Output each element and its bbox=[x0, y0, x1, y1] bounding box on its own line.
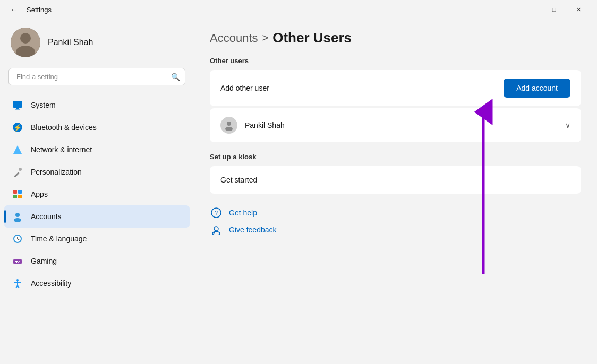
chevron-down-icon: ∨ bbox=[565, 121, 570, 129]
sidebar-item-personalization[interactable]: Personalization bbox=[4, 161, 190, 183]
svg-point-35 bbox=[214, 227, 218, 231]
svg-text:⚡: ⚡ bbox=[13, 123, 22, 132]
network-icon bbox=[12, 144, 23, 155]
svg-point-24 bbox=[19, 261, 20, 262]
give-feedback-link[interactable]: Give feedback bbox=[210, 223, 581, 236]
svg-rect-5 bbox=[15, 109, 20, 110]
user-row: Pankil Shah bbox=[220, 117, 285, 134]
bluetooth-icon: ⚡ bbox=[12, 122, 23, 133]
kiosk-title: Set up a kiosk bbox=[210, 153, 581, 161]
search-box: 🔍 bbox=[8, 68, 185, 85]
add-account-button[interactable]: Add account bbox=[504, 79, 570, 98]
minimize-button[interactable]: ─ bbox=[517, 0, 542, 19]
back-button[interactable]: ← bbox=[6, 2, 21, 17]
apps-icon bbox=[12, 188, 23, 200]
sidebar-item-bluetooth[interactable]: ⚡ Bluetooth & devices bbox=[4, 116, 190, 138]
svg-rect-14 bbox=[18, 195, 22, 198]
user-name: Pankil Shah bbox=[48, 38, 93, 47]
gaming-icon bbox=[12, 255, 23, 267]
sidebar-label-system: System bbox=[31, 101, 56, 109]
svg-rect-11 bbox=[13, 190, 17, 194]
add-user-card: Add other user Add account bbox=[210, 70, 581, 106]
kiosk-section: Set up a kiosk Get started bbox=[210, 153, 581, 194]
give-feedback-label: Give feedback bbox=[229, 226, 277, 234]
sidebar-label-time: Time & language bbox=[31, 235, 87, 243]
sidebar-item-network[interactable]: Network & internet bbox=[4, 138, 190, 161]
svg-rect-4 bbox=[16, 108, 19, 109]
avatar bbox=[11, 28, 40, 57]
svg-point-32 bbox=[225, 127, 233, 131]
svg-point-1 bbox=[20, 33, 31, 44]
svg-rect-3 bbox=[13, 101, 22, 108]
svg-line-30 bbox=[18, 285, 19, 288]
add-other-user-label: Add other user bbox=[220, 84, 269, 92]
pankil-shah-card[interactable]: Pankil Shah ∨ bbox=[210, 108, 581, 142]
sidebar-label-apps: Apps bbox=[31, 190, 48, 198]
svg-point-15 bbox=[15, 213, 20, 217]
sidebar-label-personalization: Personalization bbox=[31, 168, 82, 176]
sidebar-label-accounts: Accounts bbox=[31, 212, 62, 221]
sidebar-label-network: Network & internet bbox=[31, 145, 92, 154]
give-feedback-icon bbox=[210, 223, 223, 236]
breadcrumb: Accounts > Other Users bbox=[210, 30, 581, 46]
window-controls: ─ □ ✕ bbox=[517, 0, 591, 19]
svg-marker-8 bbox=[13, 145, 22, 154]
svg-point-26 bbox=[16, 279, 19, 281]
kiosk-card[interactable]: Get started bbox=[210, 166, 581, 194]
sidebar-item-gaming[interactable]: Gaming bbox=[4, 250, 190, 272]
svg-rect-9 bbox=[14, 172, 20, 177]
personalization-icon bbox=[12, 166, 23, 178]
get-help-label: Get help bbox=[229, 209, 257, 217]
main-layout: Pankil Shah 🔍 System ⚡ Bluetooth & devic… bbox=[0, 19, 597, 364]
search-icon: 🔍 bbox=[171, 73, 180, 81]
svg-point-16 bbox=[14, 218, 21, 222]
app-title: Settings bbox=[27, 6, 52, 14]
sidebar-label-gaming: Gaming bbox=[31, 257, 57, 265]
other-users-title: Other users bbox=[210, 57, 581, 65]
svg-point-25 bbox=[18, 262, 19, 263]
add-user-row: Add other user Add account bbox=[210, 70, 581, 106]
breadcrumb-parent: Accounts bbox=[210, 31, 258, 45]
svg-point-31 bbox=[227, 122, 231, 126]
get-help-icon: ? bbox=[210, 206, 223, 219]
system-icon bbox=[12, 99, 23, 111]
get-started-row[interactable]: Get started bbox=[210, 166, 581, 194]
sidebar-label-accessibility: Accessibility bbox=[31, 279, 71, 288]
title-bar-left: ← Settings bbox=[6, 2, 52, 17]
svg-rect-23 bbox=[15, 261, 18, 262]
sidebar-item-accounts[interactable]: Accounts bbox=[4, 205, 190, 228]
sidebar-item-time[interactable]: Time & language bbox=[4, 228, 190, 250]
svg-rect-12 bbox=[18, 190, 22, 194]
breadcrumb-separator: > bbox=[262, 32, 269, 44]
pankil-shah-name: Pankil Shah bbox=[245, 121, 285, 129]
get-started-label: Get started bbox=[220, 176, 257, 184]
maximize-button[interactable]: □ bbox=[542, 0, 566, 19]
sidebar-item-apps[interactable]: Apps bbox=[4, 183, 190, 205]
sidebar: Pankil Shah 🔍 System ⚡ Bluetooth & devic… bbox=[0, 19, 194, 364]
nav-list: System ⚡ Bluetooth & devices Network & i… bbox=[0, 94, 194, 294]
sidebar-item-accessibility[interactable]: Accessibility bbox=[4, 272, 190, 294]
sidebar-label-bluetooth: Bluetooth & devices bbox=[31, 123, 97, 132]
svg-text:?: ? bbox=[215, 210, 218, 216]
search-input[interactable] bbox=[8, 68, 185, 85]
links-section: ? Get help Give feedback bbox=[210, 206, 581, 236]
breadcrumb-current: Other Users bbox=[272, 30, 352, 46]
close-button[interactable]: ✕ bbox=[566, 0, 591, 19]
title-bar: ← Settings ─ □ ✕ bbox=[0, 0, 597, 19]
pankil-shah-row[interactable]: Pankil Shah ∨ bbox=[210, 108, 581, 142]
content-area: Accounts > Other Users Other users Add o… bbox=[194, 19, 597, 364]
accessibility-icon bbox=[12, 278, 23, 289]
time-icon bbox=[12, 233, 23, 245]
accounts-icon bbox=[12, 211, 23, 222]
avatar-image bbox=[11, 28, 40, 57]
sidebar-item-system[interactable]: System bbox=[4, 94, 190, 116]
user-profile[interactable]: Pankil Shah bbox=[0, 19, 194, 68]
user-avatar-icon bbox=[220, 117, 237, 134]
get-help-link[interactable]: ? Get help bbox=[210, 206, 581, 219]
svg-rect-13 bbox=[13, 195, 17, 198]
svg-point-10 bbox=[19, 168, 22, 171]
